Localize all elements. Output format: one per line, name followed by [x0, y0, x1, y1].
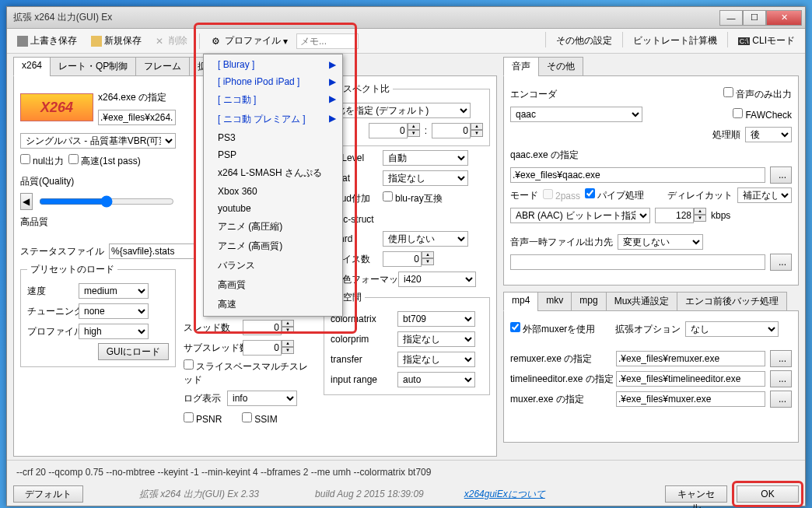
maximize-button[interactable]: ☐ — [743, 10, 766, 26]
ssim-checkbox[interactable]: SSIM — [242, 412, 277, 425]
ext-opt-select[interactable]: なし — [685, 321, 779, 337]
tab-x264[interactable]: x264 — [13, 57, 51, 76]
log-select[interactable]: info — [227, 391, 297, 406]
profile-dropdown-button[interactable]: ⚙プロファイル ▾ — [206, 32, 293, 50]
transfer-select[interactable]: 指定なし — [397, 352, 475, 367]
qaac-path-input[interactable] — [510, 167, 765, 183]
tab-rate-qp[interactable]: レート・QP制御 — [50, 57, 136, 76]
slice-based-checkbox[interactable]: スライスベースマルチスレッド — [184, 359, 316, 387]
muxer-label: muxer.exe の指定 — [510, 393, 611, 406]
about-link[interactable]: x264guiExについて — [464, 488, 545, 501]
quality-slider[interactable] — [39, 195, 174, 208]
temp-path-input[interactable] — [510, 254, 765, 270]
audio-only-checkbox[interactable]: 音声のみ出力 — [723, 87, 792, 101]
gui-load-button[interactable]: GUIにロード — [98, 343, 169, 360]
tab-mux-common[interactable]: Mux共通設定 — [606, 292, 678, 311]
speed-select[interactable]: medium — [79, 283, 149, 299]
temp-browse-button[interactable]: ... — [770, 254, 792, 271]
profile-menu-item[interactable]: アニメ (高画質) — [205, 236, 341, 256]
profile-menu-item[interactable]: youtube — [205, 200, 341, 217]
nalhrd-select[interactable]: 使用しない — [383, 231, 468, 247]
aspect-w-spinner[interactable]: ▲▼ — [369, 123, 420, 138]
cancel-button[interactable]: キャンセル — [665, 485, 727, 503]
memo-input[interactable] — [296, 33, 359, 49]
new-save-button[interactable]: 新規保存 — [86, 32, 147, 50]
tab-frame[interactable]: フレーム — [135, 57, 190, 76]
tab-other[interactable]: その他 — [538, 57, 583, 76]
thread-spinner[interactable]: ▲▼ — [243, 320, 294, 335]
cli-preview: --crf 20 --qcomp 0.75 --no-mbtree --keyi… — [13, 464, 799, 481]
status-file-input[interactable] — [109, 243, 194, 259]
muxer-browse-button[interactable]: ... — [770, 391, 792, 408]
colorspace-group: 色空間 colormatrixbt709 colorprim指定なし trans… — [324, 291, 490, 395]
timeline-input[interactable] — [616, 371, 765, 387]
profile-menu-item[interactable]: バランス — [205, 256, 341, 275]
profile-menu-item[interactable]: x264 L-SMASH さんぷる — [205, 163, 341, 183]
profile-menu-item[interactable]: 高速 — [205, 295, 341, 314]
rate-mode-select[interactable]: シングルパス - 品質基準VBR(可変レート) — [20, 133, 176, 149]
ext-muxer-checkbox[interactable]: 外部muxerを使用 — [510, 322, 595, 336]
tab-mp4[interactable]: mp4 — [503, 292, 538, 311]
profile-select[interactable]: high — [79, 324, 149, 339]
remuxer-browse-button[interactable]: ... — [770, 350, 792, 367]
other-settings-button[interactable]: その他の設定 — [551, 32, 618, 50]
h264-level-select[interactable]: 自動 — [383, 150, 468, 166]
profile-menu-item[interactable]: PS3 — [205, 129, 341, 146]
muxer-input[interactable] — [616, 391, 765, 407]
slices-spinner[interactable]: ▲▼ — [383, 251, 434, 267]
tab-mkv[interactable]: mkv — [537, 292, 572, 311]
tab-batch[interactable]: エンコ前後バッチ処理 — [677, 292, 787, 311]
profile-menu-item[interactable]: Xbox 360 — [205, 183, 341, 200]
delay-label: ディレイカット — [667, 189, 733, 202]
colorprim-select[interactable]: 指定なし — [397, 331, 475, 347]
remuxer-input[interactable] — [616, 351, 765, 366]
fast-1stpass-checkbox[interactable]: 高速(1st pass) — [68, 154, 141, 168]
colormatrix-select[interactable]: bt709 — [397, 311, 475, 327]
nul-output-checkbox[interactable]: nul出力 — [20, 154, 64, 168]
input-range-select[interactable]: auto — [397, 372, 475, 387]
tab-audio[interactable]: 音声 — [503, 57, 539, 76]
profile-menu-item[interactable]: [ ニコ動 ]▶ — [205, 90, 341, 110]
tuning-select[interactable]: none — [79, 303, 149, 319]
thread-label: スレッド数 — [184, 321, 238, 335]
default-button[interactable]: デフォルト — [13, 485, 83, 503]
subthread-label: サブスレッド数 — [184, 342, 238, 355]
aspect-h-spinner[interactable]: ▲▼ — [432, 123, 483, 138]
psnr-checkbox[interactable]: PSNR — [184, 412, 222, 425]
quality-dec-button[interactable]: ◀ — [20, 193, 33, 210]
minimize-button[interactable]: — — [719, 10, 743, 26]
format-select[interactable]: 指定なし — [383, 170, 468, 186]
exe-path-input[interactable] — [98, 110, 176, 125]
cli-mode-button[interactable]: C:\ CLIモード — [733, 32, 800, 50]
delete-button[interactable]: ✕削除 — [150, 32, 193, 50]
overwrite-save-button[interactable]: 上書き保存 — [12, 32, 82, 50]
profile-menu-item[interactable]: [ Bluray ]▶ — [205, 56, 341, 73]
profile-menu-item[interactable]: PSP — [205, 146, 341, 163]
temp-select[interactable]: 変更しない — [618, 234, 703, 250]
bitrate-spinner[interactable]: ▲▼ — [655, 208, 706, 223]
bitrate-mode-select[interactable]: ABR (AAC) ビットレート指定 — [510, 208, 650, 223]
temp-label: 音声一時ファイル出力先 — [510, 236, 613, 249]
order-select[interactable]: 後 — [745, 127, 792, 142]
timeline-browse-button[interactable]: ... — [770, 370, 792, 387]
profile-menu-item[interactable]: アニメ (高圧縮) — [205, 217, 341, 236]
profile-dropdown-menu: [ Bluray ]▶[ iPhone iPod iPad ]▶[ ニコ動 ]▶… — [203, 54, 343, 317]
pipe-checkbox[interactable]: パイプ処理 — [585, 188, 644, 202]
output-fmt-select[interactable]: i420 — [398, 272, 476, 287]
ok-button[interactable]: OK — [737, 485, 799, 503]
2pass-checkbox[interactable]: 2pass — [543, 189, 580, 201]
fawcheck-checkbox[interactable]: FAWCheck — [733, 108, 792, 121]
aspect-mode-select[interactable]: 比を指定 (デフォルト) — [331, 103, 471, 118]
delay-select[interactable]: 補正なし — [737, 187, 792, 203]
bluray-checkbox[interactable]: blu-ray互換 — [383, 191, 443, 205]
bitrate-calc-button[interactable]: ビットレート計算機 — [628, 32, 723, 50]
profile-menu-item[interactable]: [ ニコ動 プレミアム ]▶ — [205, 110, 341, 129]
profile-label: プロファイル — [27, 325, 74, 338]
profile-menu-item[interactable]: [ iPhone iPod iPad ]▶ — [205, 73, 341, 90]
qaac-browse-button[interactable]: ... — [770, 166, 792, 184]
close-button[interactable]: ✕ — [766, 10, 802, 26]
profile-menu-item[interactable]: 高画質 — [205, 275, 341, 295]
tab-mpg[interactable]: mpg — [571, 292, 606, 311]
subthread-spinner[interactable]: ▲▼ — [243, 340, 294, 356]
encoder-select[interactable]: qaac — [510, 107, 642, 122]
